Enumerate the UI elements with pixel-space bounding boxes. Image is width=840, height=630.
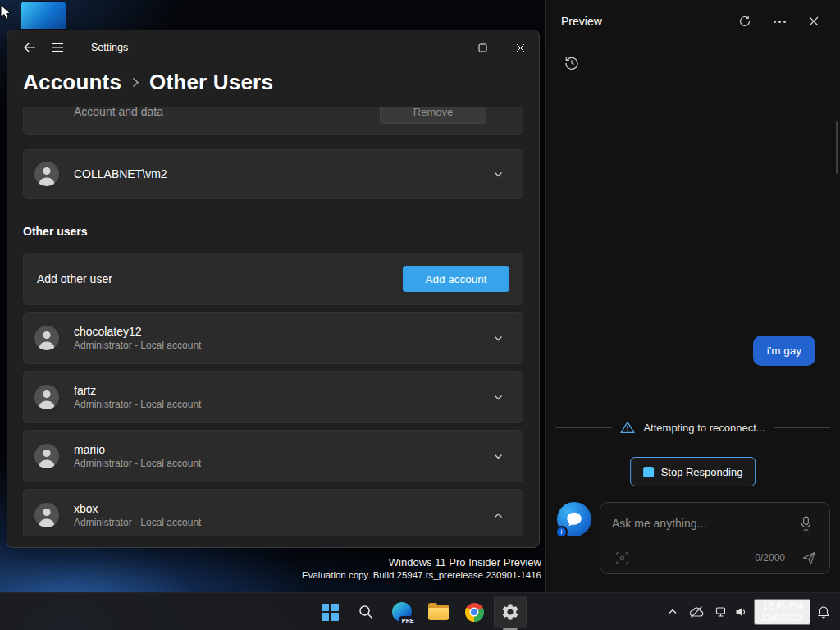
collapse-button[interactable] xyxy=(486,510,509,521)
chrome-icon xyxy=(465,603,484,622)
user-detail: Administrator - Local account xyxy=(74,399,201,410)
avatar xyxy=(34,444,59,468)
settings-app-button[interactable] xyxy=(494,596,527,628)
new-chat-badge: + xyxy=(555,526,568,538)
chat-input-box: 0/2000 xyxy=(600,502,830,574)
account-and-data-row[interactable]: Account and data Remove xyxy=(23,107,523,135)
user-row-xbox[interactable]: xbox Administrator - Local account xyxy=(23,489,523,536)
network-volume-button[interactable] xyxy=(710,597,752,627)
volume-icon xyxy=(734,605,747,619)
other-users-heading: Other users xyxy=(23,225,523,241)
breadcrumb-other-users: Other Users xyxy=(149,70,273,95)
user-row-mariio[interactable]: mariio Administrator - Local account xyxy=(23,430,523,482)
stop-icon xyxy=(643,467,654,477)
breadcrumb: Accounts Other Users xyxy=(7,65,539,107)
expand-button[interactable] xyxy=(486,169,509,180)
search-button[interactable] xyxy=(349,596,382,628)
chevron-up-icon xyxy=(668,607,678,617)
close-icon xyxy=(516,43,525,52)
minimize-icon xyxy=(441,43,450,52)
settings-content: Account and data Remove COLLABNET\vm2 Ot… xyxy=(7,107,539,536)
user-chat-bubble: i'm gay xyxy=(753,336,815,366)
user-name: fartz xyxy=(74,384,201,397)
window-title: Settings xyxy=(91,42,128,53)
file-explorer-button[interactable] xyxy=(422,596,454,628)
account-name: COLLABNET\vm2 xyxy=(74,167,167,180)
ellipsis-icon xyxy=(774,21,786,23)
minimize-button[interactable] xyxy=(426,30,463,65)
chat-input[interactable] xyxy=(612,517,792,530)
remove-button[interactable]: Remove xyxy=(380,107,486,124)
more-options-button[interactable] xyxy=(766,8,792,34)
avatar xyxy=(34,385,59,409)
tray-overflow-button[interactable] xyxy=(663,597,682,627)
clock[interactable]: 12:45 PM 12/6/2023 xyxy=(754,599,810,626)
person-icon xyxy=(34,326,59,350)
maximize-button[interactable] xyxy=(463,30,501,65)
user-name: xbox xyxy=(74,502,201,515)
chevron-down-icon xyxy=(493,169,504,180)
user-row-fartz[interactable]: fartz Administrator - Local account xyxy=(23,371,523,423)
chat-history-button[interactable] xyxy=(558,51,586,75)
user-detail: Administrator - Local account xyxy=(74,458,201,469)
chevron-up-icon xyxy=(493,510,504,521)
copilot-title: Preview xyxy=(561,15,602,28)
system-tray: 12:45 PM 12/6/2023 xyxy=(663,593,835,630)
send-button[interactable] xyxy=(798,549,819,567)
stop-responding-label: Stop Responding xyxy=(661,466,743,478)
chevron-down-icon xyxy=(493,451,504,462)
desktop-watermark: Windows 11 Pro Insider Preview Evaluatio… xyxy=(302,556,541,580)
caption-buttons xyxy=(426,30,539,65)
copilot-panel: Preview i'm gay Attempting to reconnect.… xyxy=(545,0,840,592)
user-name: mariio xyxy=(74,443,201,456)
search-icon xyxy=(358,604,374,620)
close-button[interactable] xyxy=(501,30,539,65)
onedrive-tray-button[interactable] xyxy=(684,597,709,627)
start-button[interactable] xyxy=(313,596,346,628)
expand-button[interactable] xyxy=(486,333,509,344)
user-row-chocolatey12[interactable]: chocolatey12 Administrator - Local accou… xyxy=(23,312,523,364)
navigation-menu-button[interactable] xyxy=(43,35,71,60)
user-detail: Administrator - Local account xyxy=(74,340,201,351)
add-screenshot-button[interactable] xyxy=(612,549,632,567)
reconnect-status: Attempting to reconnect... xyxy=(546,421,840,434)
work-account-row[interactable]: COLLABNET\vm2 xyxy=(23,149,523,199)
expand-button[interactable] xyxy=(486,451,509,462)
stop-responding-button[interactable]: Stop Responding xyxy=(630,457,756,486)
background-window-thumbnail[interactable] xyxy=(21,2,66,29)
chevron-right-icon xyxy=(131,76,139,89)
gear-icon xyxy=(500,602,520,622)
chevron-down-icon xyxy=(493,333,504,344)
maximize-icon xyxy=(478,43,487,52)
copilot-avatar: + xyxy=(557,502,591,536)
mic-button[interactable] xyxy=(792,511,819,536)
refresh-button[interactable] xyxy=(732,8,758,34)
onedrive-icon xyxy=(689,606,704,618)
expand-button[interactable] xyxy=(486,392,509,403)
screenshot-icon xyxy=(616,552,628,564)
tray-date: 12/6/2023 xyxy=(761,613,803,624)
back-button[interactable] xyxy=(16,35,43,60)
back-arrow-icon xyxy=(23,41,36,54)
close-icon xyxy=(809,16,819,26)
send-icon xyxy=(802,551,816,565)
tray-time: 12:45 PM xyxy=(763,600,803,612)
add-account-button[interactable]: Add account xyxy=(403,266,509,292)
folder-icon xyxy=(428,604,449,620)
warning-icon xyxy=(620,421,635,434)
copilot-close-button[interactable] xyxy=(801,8,827,34)
reconnect-text: Attempting to reconnect... xyxy=(643,422,765,434)
edge-button[interactable]: PRE xyxy=(386,596,418,628)
chrome-button[interactable] xyxy=(458,596,491,628)
chat-bubble-icon xyxy=(565,510,583,528)
windows-logo-icon xyxy=(322,604,339,621)
taskbar-app-icons: PRE xyxy=(313,596,527,628)
breadcrumb-accounts[interactable]: Accounts xyxy=(23,70,121,95)
person-icon xyxy=(34,503,59,527)
user-detail: Administrator - Local account xyxy=(74,517,201,528)
scrollbar-thumb[interactable] xyxy=(836,121,838,174)
char-counter: 0/2000 xyxy=(755,552,785,564)
notification-center-button[interactable] xyxy=(812,597,835,627)
watermark-line1: Windows 11 Pro Insider Preview xyxy=(302,556,541,568)
avatar xyxy=(34,162,59,186)
